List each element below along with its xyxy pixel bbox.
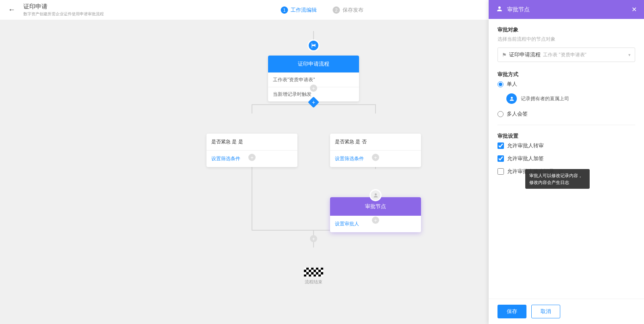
node-condition-yes[interactable]: 是否紧急 是 是 设置筛选条件 [206,134,297,167]
section-hint: 选择当前流程中的节点对象 [497,36,635,43]
panel-body: 审批对象 选择当前流程中的节点对象 ⚑ 证印申请流程 工作表 "资质申请表" ▾… [489,19,644,299]
end-flag-icon [304,268,323,277]
page-title: 证印申请 [23,3,104,10]
connector-lines [0,20,489,324]
close-icon[interactable]: ✕ [632,6,637,13]
condition-header: 是否紧急 是 是 [206,134,297,150]
chevron-down-icon: ▾ [628,52,631,58]
step-number: 2 [333,6,340,14]
checkbox-input[interactable] [497,155,504,162]
section-approval-mode: 审批方式 [497,71,635,78]
radio-label: 多人会签 [507,110,528,118]
approver-chip[interactable]: 记录拥有者的直属上司 [506,93,635,104]
panel-header: 审批节点 ✕ [489,0,644,19]
node-approval-title: 审批节点 [365,203,386,209]
workflow-canvas[interactable]: 证印申请流程 工作表"资质申请表" 当新增记录时触发 + 是否紧急 是 是 设置… [0,20,489,324]
object-main-label: 证印申请流程 [509,51,541,58]
step-workflow-edit[interactable]: 1 工作流编辑 [273,6,325,14]
cancel-button[interactable]: 取消 [531,305,560,318]
node-end: 流程结束 [304,268,323,285]
add-node-button[interactable]: + [248,154,256,161]
add-node-button[interactable]: + [372,154,379,161]
node-start[interactable]: 证印申请流程 工作表"资质申请表" 当新增记录时触发 [268,56,359,101]
step-save-publish[interactable]: 2 保存发布 [325,6,372,14]
back-button[interactable]: ← [8,6,15,14]
node-start-header: 证印申请流程 [268,56,359,72]
condition-header: 是否紧急 是 否 [330,134,421,150]
end-label: 流程结束 [304,279,323,285]
add-node-button[interactable]: + [372,217,379,224]
step-label: 工作流编辑 [291,6,317,14]
section-approval-settings: 审批设置 [497,132,635,140]
check-transfer[interactable]: 允许审批人转审 [497,142,635,149]
header-titles: 证印申请 数字资产创建所需企业证件使用申请审批流程 [23,3,104,17]
set-approver-link[interactable]: 设置审批人 [335,221,359,227]
user-icon [369,189,382,201]
radio-single[interactable]: 单人 [497,80,635,88]
avatar-icon [506,93,517,104]
node-approval[interactable]: 审批节点 设置审批人 [330,197,421,232]
flag-icon [308,39,320,52]
page-subtitle: 数字资产创建所需企业证件使用申请审批流程 [23,11,104,17]
section-approval-object: 审批对象 [497,26,635,33]
radio-multi[interactable]: 多人会签 [497,110,635,118]
divider [497,125,635,125]
side-panel: 审批节点 ✕ 审批对象 选择当前流程中的节点对象 ⚑ 证印申请流程 工作表 "资… [489,0,644,324]
node-start-title: 证印申请流程 [298,61,329,67]
check-label: 允许审批人转审 [507,142,544,149]
step-label: 保存发布 [343,6,363,14]
object-sub-label: 工作表 "资质申请表" [543,52,586,58]
set-filter-link[interactable]: 设置筛选条件 [335,156,364,161]
panel-footer: 保存 取消 [489,299,644,324]
radio-input[interactable] [497,111,504,117]
user-icon [496,5,503,14]
radio-input[interactable] [497,81,504,87]
svg-point-0 [375,193,377,195]
check-label: 允许审批人加签 [507,155,544,162]
checkbox-input[interactable] [497,168,504,175]
mode-radio-group: 单人 记录拥有者的直属上司 多人会签 [497,80,635,118]
tooltip: 审批人可以修改记录内容，修改内容会产生日志 [525,169,590,189]
radio-label: 单人 [507,80,517,88]
approver-label: 记录拥有者的直属上司 [521,95,569,102]
svg-point-1 [498,6,501,9]
add-node-button[interactable]: + [310,235,317,242]
svg-point-2 [511,97,513,99]
step-number: 1 [281,6,288,14]
node-approval-header: 审批节点 [330,197,421,216]
wizard-steps: 1 工作流编辑 2 保存发布 [273,6,372,14]
set-filter-link[interactable]: 设置筛选条件 [211,156,240,161]
panel-title: 审批节点 [507,6,530,13]
add-node-button[interactable]: + [310,85,317,92]
save-button[interactable]: 保存 [497,305,526,318]
object-select[interactable]: ⚑ 证印申请流程 工作表 "资质申请表" ▾ [497,47,635,62]
flag-icon: ⚑ [502,52,507,58]
node-condition-no[interactable]: 是否紧急 是 否 设置筛选条件 [330,134,421,167]
check-countersign[interactable]: 允许审批人加签 [497,155,635,162]
tooltip-text: 审批人可以修改记录内容，修改内容会产生日志 [529,173,582,185]
checkbox-input[interactable] [497,142,504,149]
